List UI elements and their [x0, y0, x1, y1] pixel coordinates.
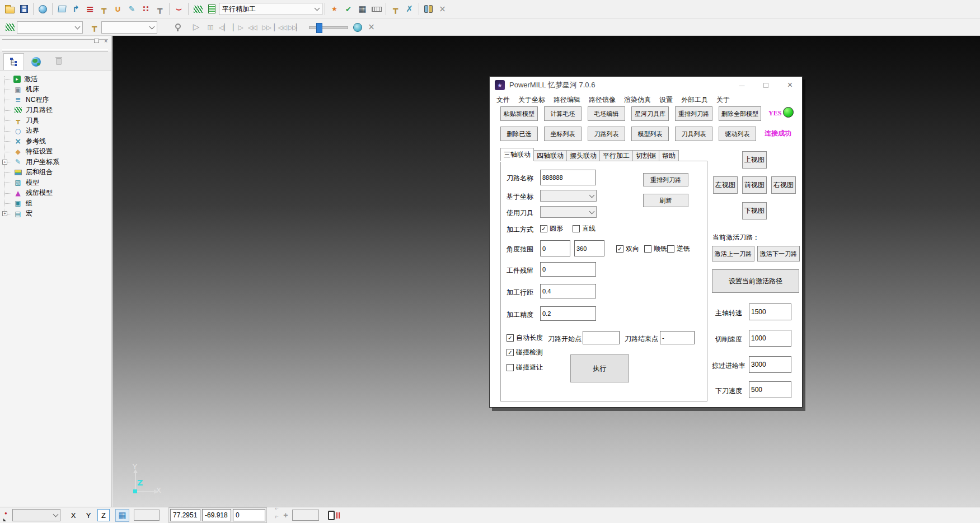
- drag-grip[interactable]: [2, 38, 108, 40]
- probe-icon[interactable]: [283, 511, 288, 520]
- coord-z-value[interactable]: 0: [233, 509, 265, 521]
- tree-item-nc-program[interactable]: NC程序: [0, 95, 111, 105]
- execute-button[interactable]: 执行: [570, 354, 629, 382]
- axis-z-button[interactable]: Z: [97, 509, 110, 521]
- model-list-button[interactable]: 模型列表: [631, 127, 669, 141]
- tool-star-icon[interactable]: [327, 2, 341, 16]
- minimize-button[interactable]: [730, 77, 754, 94]
- right-view-button[interactable]: 右视图: [771, 176, 796, 194]
- tree-item-macro[interactable]: 宏: [0, 209, 111, 220]
- coord-combo[interactable]: [540, 190, 597, 202]
- block-icon[interactable]: [55, 2, 69, 16]
- nc-lines-icon[interactable]: [83, 2, 97, 16]
- stepover-input[interactable]: [540, 284, 596, 298]
- pause-icon[interactable]: [203, 21, 217, 34]
- tool-check-icon[interactable]: [341, 2, 355, 16]
- maximize-button[interactable]: [754, 77, 778, 94]
- tool-combo[interactable]: [540, 206, 597, 218]
- menu-about[interactable]: 关于: [716, 95, 730, 105]
- ruler-icon[interactable]: [369, 2, 383, 16]
- cutting-feed-input[interactable]: [749, 330, 791, 347]
- pencil-icon[interactable]: [125, 2, 139, 16]
- speed-slider[interactable]: [309, 23, 348, 32]
- angle-to-input[interactable]: [574, 240, 604, 256]
- rotate-device-icon[interactable]: [328, 511, 335, 520]
- rewind-icon[interactable]: [245, 21, 259, 34]
- coord-x-value[interactable]: 77.2951: [170, 509, 200, 521]
- step-forward-icon[interactable]: [231, 21, 245, 34]
- play-icon[interactable]: [189, 21, 203, 34]
- tab-globe[interactable]: [26, 53, 46, 70]
- drive-list-button[interactable]: 驱动列表: [719, 127, 756, 141]
- toolpath-list-button[interactable]: 刀路列表: [588, 127, 625, 141]
- close-toolbar-icon[interactable]: [435, 2, 449, 16]
- open-file-icon[interactable]: [3, 2, 17, 16]
- tree-item-machine[interactable]: 机床: [0, 85, 111, 95]
- tolerance-input[interactable]: [540, 306, 596, 321]
- status-combo[interactable]: [12, 509, 60, 521]
- tree-item-levels[interactable]: 层和组合: [0, 167, 111, 178]
- end-point-input[interactable]: [660, 331, 695, 344]
- linear-checkbox[interactable]: 直线: [573, 224, 595, 234]
- tree-item-tool[interactable]: 刀具: [0, 115, 111, 126]
- menu-path-mirror[interactable]: 路径镜像: [589, 95, 616, 105]
- set-active-path-button[interactable]: 设置当前激活路径: [712, 269, 799, 293]
- conventional-checkbox[interactable]: 逆铣: [667, 244, 690, 254]
- menu-path-edit[interactable]: 路径编辑: [554, 95, 580, 105]
- delete-all-models-button[interactable]: 删除全部模型: [719, 106, 761, 121]
- delete-selected-button[interactable]: 删除已选: [500, 127, 538, 141]
- spindle-speed-input[interactable]: [749, 303, 791, 320]
- record-dot-menu[interactable]: [2, 508, 11, 522]
- strategy-combo[interactable]: 平行精加工: [219, 3, 322, 15]
- tab-help[interactable]: 帮助: [659, 150, 679, 161]
- tool-ball-icon[interactable]: [97, 2, 111, 16]
- tab-trash[interactable]: [48, 53, 69, 70]
- crossed-tools-icon[interactable]: [402, 2, 416, 16]
- tree-item-model[interactable]: 模型: [0, 178, 111, 188]
- left-view-button[interactable]: 左视图: [713, 176, 738, 194]
- tool-combo[interactable]: [101, 21, 157, 34]
- expand-icon[interactable]: [2, 211, 7, 216]
- toolpath-combo[interactable]: [17, 21, 83, 34]
- step-back-icon[interactable]: [217, 21, 231, 34]
- status-empty-field-2[interactable]: [292, 510, 319, 521]
- plunge-feed-input[interactable]: [749, 381, 791, 398]
- skim-feed-input[interactable]: [749, 356, 791, 373]
- bottom-view-button[interactable]: 下视图: [742, 202, 767, 220]
- close-toolbar-icon[interactable]: [364, 21, 378, 34]
- tool-arc-icon[interactable]: [172, 2, 186, 16]
- close-panel-icon[interactable]: ×: [104, 39, 107, 44]
- calculator-icon[interactable]: [355, 2, 369, 16]
- toolpath-arrow-icon[interactable]: [69, 2, 83, 16]
- paste-new-model-button[interactable]: 粘贴新模型: [500, 106, 538, 121]
- climb-checkbox[interactable]: 顺铣: [644, 244, 667, 254]
- compute-stock-button[interactable]: 计算毛坯: [544, 106, 582, 121]
- cylinders-icon[interactable]: [421, 2, 435, 16]
- green-spring-icon[interactable]: [191, 2, 205, 16]
- refresh-button[interactable]: 刷新: [643, 194, 688, 207]
- bulb-icon[interactable]: [171, 21, 185, 34]
- activate-prev-button[interactable]: 激活上一刀路: [712, 246, 754, 262]
- status-empty-field[interactable]: [134, 510, 160, 521]
- menu-about-coords[interactable]: 关于坐标: [518, 95, 545, 105]
- rearrange-button[interactable]: 重排列刀路: [643, 173, 688, 186]
- tree-item-group[interactable]: 组: [0, 198, 111, 209]
- circular-checkbox[interactable]: 圆形: [540, 224, 563, 234]
- points-icon[interactable]: [139, 2, 153, 16]
- bidirectional-checkbox[interactable]: 双向: [616, 244, 639, 254]
- expand-icon[interactable]: [2, 160, 7, 165]
- menu-external-tools[interactable]: 外部工具: [681, 95, 708, 105]
- rearrange-toolpath-button[interactable]: 重排列刀路: [675, 106, 712, 121]
- angle-from-input[interactable]: [540, 240, 570, 256]
- start-point-input[interactable]: [583, 331, 620, 344]
- tab-saw[interactable]: 切割锯: [633, 150, 659, 161]
- clock-icon[interactable]: [350, 21, 364, 34]
- menu-file[interactable]: 文件: [496, 95, 510, 105]
- tool-holder-icon[interactable]: [153, 2, 167, 16]
- tree-item-boundary[interactable]: 边界: [0, 126, 111, 137]
- stock-edit-button[interactable]: 毛坯编辑: [588, 106, 625, 121]
- strategy-list-icon[interactable]: [205, 2, 219, 16]
- green-spring-icon[interactable]: [3, 21, 17, 34]
- tool-library-button[interactable]: 星河刀具库: [631, 106, 669, 121]
- front-view-button[interactable]: 前视图: [742, 176, 767, 194]
